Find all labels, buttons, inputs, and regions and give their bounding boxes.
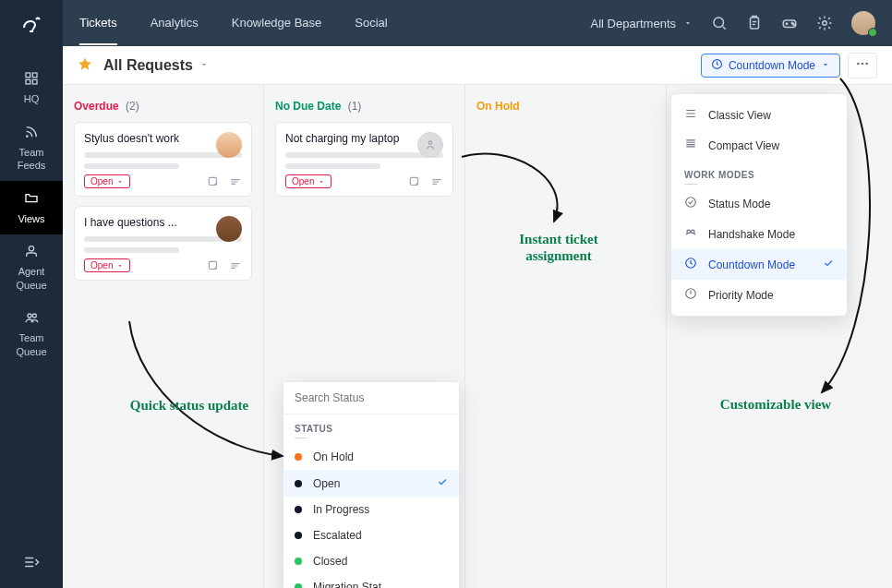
status-dot-icon [295,506,302,513]
column-overdue: Overdue (2) Stylus doesn't work Open [63,85,264,588]
status-search-input[interactable] [283,382,459,414]
mode-option-label: Status Mode [708,198,770,210]
tab-analytics[interactable]: Analytics [151,2,199,45]
status-option[interactable]: Migration Stat [283,574,459,588]
view-icon [684,138,697,153]
column-title: Overdue (2) [74,100,252,113]
view-option[interactable]: Classic View [671,100,847,130]
sidebar-item-agent-queue[interactable]: Agent Queue [0,234,63,301]
status-option-label: In Progress [313,503,369,516]
clock-icon [711,58,723,73]
logo-icon [20,15,42,40]
status-dot-icon [295,558,302,565]
check-icon [823,258,834,271]
expand-sidebar-button[interactable] [23,554,40,573]
sidebar-item-team-feeds[interactable]: Team Feeds [0,115,63,182]
gamepad-icon[interactable] [781,15,798,31]
work-mode-option[interactable]: Status Mode [671,188,847,219]
topbar-tabs: Tickets Analytics Knowledge Base Social [79,2,388,45]
chevron-down-icon [683,17,693,30]
status-option[interactable]: In Progress [283,497,459,522]
status-option[interactable]: On Hold [283,444,459,470]
note-icon[interactable] [207,259,220,272]
unassigned-avatar[interactable] [417,132,443,158]
priority-icon[interactable] [229,175,242,188]
gear-icon[interactable] [816,15,833,31]
status-option[interactable]: Open [283,470,459,497]
view-mode-dropdown: Classic ViewCompact View WORK MODES Stat… [670,93,848,317]
chevron-down-icon [821,59,830,72]
ticket-card[interactable]: Stylus doesn't work Open [74,122,252,197]
svg-point-20 [428,141,432,145]
ticket-card[interactable]: Not charging my laptop Open [275,122,453,197]
mode-option-label: Handshake Mode [708,228,795,241]
sidebar-item-hq[interactable]: HQ [0,62,63,115]
mode-option-label: Priority Mode [708,289,774,302]
svg-rect-3 [32,79,37,84]
grid-icon [24,71,39,89]
sidebar-item-label: Team Queue [4,331,59,358]
svg-point-5 [29,246,33,251]
ticket-card[interactable]: I have questions ... Open [74,206,252,281]
view-mode-button[interactable]: Countdown Mode [701,54,840,78]
mode-icon [684,196,697,211]
svg-point-6 [28,314,31,318]
svg-rect-1 [32,73,37,78]
status-section-header: STATUS [283,414,459,436]
status-option-label: On Hold [313,450,354,463]
status-dot-icon [295,532,302,539]
svg-point-16 [862,63,864,66]
priority-icon[interactable] [430,175,443,188]
svg-rect-2 [26,79,30,84]
left-sidebar: HQ Team Feeds Views Agent Queue Team Que… [0,0,63,588]
status-tag[interactable]: Open [84,258,130,272]
sidebar-item-label: Views [18,212,44,225]
mode-option-label: Countdown Mode [708,258,795,271]
clipboard-icon[interactable] [746,15,763,31]
status-option[interactable]: Escalated [283,522,459,548]
mode-icon [684,287,697,303]
priority-icon[interactable] [229,259,242,272]
status-tag[interactable]: Open [285,174,331,188]
status-tag[interactable]: Open [84,174,130,188]
view-option[interactable]: Compact View [671,130,847,161]
page-title[interactable]: All Requests [103,57,210,74]
column-title: On Hold [476,100,655,113]
star-icon[interactable] [78,56,92,74]
status-dot-icon [295,583,302,588]
work-mode-option[interactable]: Handshake Mode [671,219,847,249]
tab-knowledge-base[interactable]: Knowledge Base [232,2,322,45]
svg-rect-9 [751,18,759,29]
note-icon[interactable] [408,175,421,188]
status-option[interactable]: Closed [283,548,459,574]
department-picker[interactable]: All Departments [591,17,693,30]
svg-point-17 [865,63,868,66]
tab-social[interactable]: Social [355,2,387,45]
svg-point-8 [714,18,724,28]
sidebar-item-label: Team Feeds [4,146,59,173]
folder-icon [24,190,39,208]
note-icon[interactable] [207,175,220,188]
svg-rect-0 [26,73,30,78]
dots-icon [855,56,870,74]
work-mode-option[interactable]: Countdown Mode [671,249,847,280]
sidebar-item-team-queue[interactable]: Team Queue [0,301,63,367]
check-icon [437,476,448,490]
status-option-label: Escalated [313,529,362,542]
more-options-button[interactable] [848,53,877,78]
svg-point-4 [27,136,28,137]
view-option-label: Compact View [708,139,779,152]
sidebar-item-views[interactable]: Views [0,181,63,234]
work-mode-option[interactable]: Priority Mode [671,280,847,310]
search-icon[interactable] [711,15,728,31]
page-header: All Requests Countdown Mode [63,46,892,85]
assignee-avatar[interactable] [216,216,242,242]
assignee-avatar[interactable] [216,132,242,158]
user-avatar[interactable] [851,11,875,35]
column-title: No Due Date (1) [275,100,453,113]
status-option-label: Migration Stat [313,581,381,588]
column-on-hold: On Hold [465,85,667,588]
view-icon [684,107,697,123]
svg-point-7 [32,314,36,318]
tab-tickets[interactable]: Tickets [79,2,117,45]
